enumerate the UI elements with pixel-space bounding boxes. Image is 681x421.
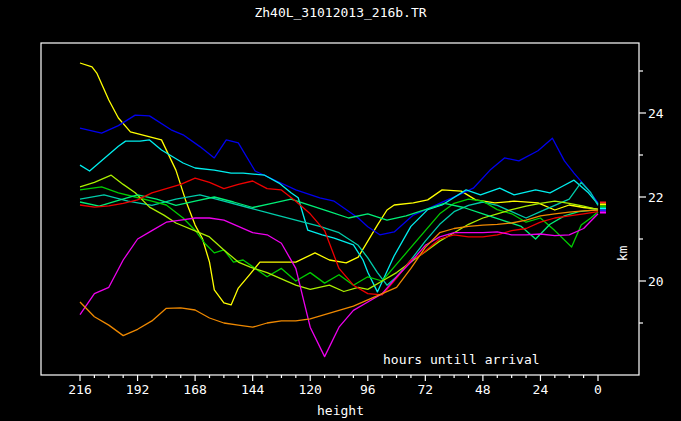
trajectory-plot-window: Zh40L_31012013_216b.TR 21619216814412096… [0,0,681,421]
svg-text:48: 48 [475,382,491,397]
plot-canvas: 216192168144120967248240242220 [0,0,681,421]
svg-text:24: 24 [533,382,549,397]
svg-text:0: 0 [594,382,602,397]
svg-text:216: 216 [68,382,91,397]
trajectory-turquoise [80,182,598,285]
plot-axes [41,43,646,381]
in-plot-annotation: hours untill arrival [383,352,540,367]
svg-text:144: 144 [241,382,265,397]
svg-text:20: 20 [648,274,664,289]
trajectory-magenta [80,214,598,357]
trajectory-lines [80,63,598,357]
arrival-marker [600,202,606,214]
svg-text:72: 72 [418,382,434,397]
trajectory-red [80,178,598,295]
svg-text:96: 96 [360,382,376,397]
axis-tick-labels: 216192168144120967248240242220 [68,106,664,397]
x-axis-title: height [0,403,681,418]
svg-text:192: 192 [126,382,149,397]
svg-text:24: 24 [648,106,664,121]
svg-text:120: 120 [298,382,321,397]
y-axis-title: km [615,236,630,272]
svg-text:168: 168 [183,382,206,397]
trajectory-blue [80,115,598,235]
svg-text:22: 22 [648,190,664,205]
